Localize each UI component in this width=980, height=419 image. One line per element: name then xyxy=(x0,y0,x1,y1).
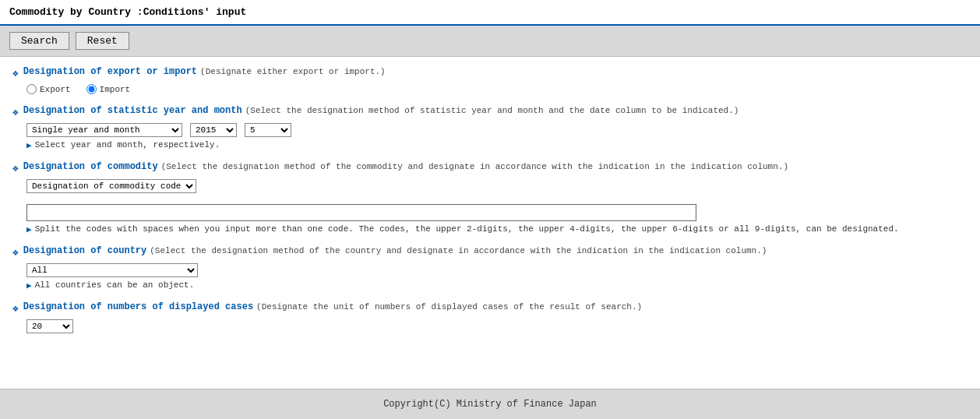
page-wrapper: Commodity by Country :Conditions' input … xyxy=(0,0,980,419)
export-option[interactable]: Export xyxy=(26,84,71,94)
section-commodity-desc: (Select the designation method of the co… xyxy=(161,162,788,171)
commodity-hint-icon: ▶ xyxy=(26,224,32,234)
section-statistic-year: ❖ Designation of statistic year and mont… xyxy=(12,105,968,150)
month-select[interactable]: 1 2 3 4 5 6 7 8 9 10 11 12 xyxy=(245,123,291,137)
section-display-cases-desc: (Designate the unit of numbers of displa… xyxy=(256,302,642,312)
commodity-hint-text: Split the codes with spaces when you inp… xyxy=(35,224,899,234)
import-option[interactable]: Import xyxy=(86,84,131,94)
display-cases-controls: 20 50 100 xyxy=(26,319,968,333)
commodity-select-row: Designation of commodity code Designatio… xyxy=(26,179,196,193)
country-method-select[interactable]: All Designation of country code Designat… xyxy=(26,263,198,277)
footer-text: Copyright(C) Ministry of Finance Japan xyxy=(383,399,597,410)
search-button[interactable]: Search xyxy=(9,32,69,50)
commodity-code-input[interactable]: 760711000 xyxy=(26,204,696,221)
commodity-controls: Designation of commodity code Designatio… xyxy=(26,179,968,221)
statistic-year-hint-text: Select year and month, respectively. xyxy=(35,140,220,150)
main-content: ❖ Designation of export or import (Desig… xyxy=(0,57,980,389)
export-import-radio-group: Export Import xyxy=(26,84,130,94)
export-import-controls: Export Import xyxy=(26,84,968,94)
section-statistic-year-icon: ❖ xyxy=(12,106,19,118)
statistic-year-controls: Single year and month Range of year and … xyxy=(26,123,968,137)
import-label: Import xyxy=(100,85,131,94)
section-display-cases-icon: ❖ xyxy=(12,302,19,315)
section-country-icon: ❖ xyxy=(12,246,19,259)
section-commodity-label: Designation of commodity xyxy=(23,161,158,172)
section-commodity: ❖ Designation of commodity (Select the d… xyxy=(12,161,968,234)
section-country: ❖ Designation of country (Select the des… xyxy=(12,245,968,290)
country-hint: ▶ All countries can be an object. xyxy=(26,280,968,290)
year-select[interactable]: 2015 2014 2013 2012 2011 xyxy=(190,123,237,137)
section-country-desc: (Select the designation method of the co… xyxy=(150,246,767,255)
section-display-cases-header: ❖ Designation of numbers of displayed ca… xyxy=(12,301,968,315)
section-export-import: ❖ Designation of export or import (Desig… xyxy=(12,66,968,94)
section-country-label: Designation of country xyxy=(23,245,146,256)
commodity-method-select[interactable]: Designation of commodity code Designatio… xyxy=(26,179,196,193)
section-export-import-desc: (Designate either export or import.) xyxy=(200,67,386,76)
section-country-header: ❖ Designation of country (Select the des… xyxy=(12,245,968,259)
commodity-hint: ▶ Split the codes with spaces when you i… xyxy=(26,224,968,234)
year-method-select[interactable]: Single year and month Range of year and … xyxy=(26,123,182,137)
footer: Copyright(C) Ministry of Finance Japan xyxy=(0,389,980,419)
section-export-import-label: Designation of export or import xyxy=(23,66,197,77)
section-commodity-header: ❖ Designation of commodity (Select the d… xyxy=(12,161,968,174)
page-title: Commodity by Country :Conditions' input xyxy=(0,0,980,26)
country-controls: All Designation of country code Designat… xyxy=(26,263,968,277)
section-display-cases: ❖ Designation of numbers of displayed ca… xyxy=(12,301,968,333)
section-export-import-icon: ❖ xyxy=(12,67,19,79)
section-commodity-icon: ❖ xyxy=(12,162,19,174)
reset-button[interactable]: Reset xyxy=(76,32,129,50)
import-radio[interactable] xyxy=(86,84,97,94)
country-hint-icon: ▶ xyxy=(26,280,32,290)
country-hint-text: All countries can be an object. xyxy=(35,280,195,290)
display-count-select[interactable]: 20 50 100 xyxy=(26,319,73,333)
section-statistic-year-header: ❖ Designation of statistic year and mont… xyxy=(12,105,968,118)
section-display-cases-label: Designation of numbers of displayed case… xyxy=(23,301,253,312)
section-statistic-year-label: Designation of statistic year and month xyxy=(23,105,242,116)
export-radio[interactable] xyxy=(26,84,37,94)
statistic-year-hint-icon: ▶ xyxy=(26,140,32,150)
section-statistic-year-desc: (Select the designation method of statis… xyxy=(245,106,739,115)
statistic-year-hint: ▶ Select year and month, respectively. xyxy=(26,140,968,150)
export-label: Export xyxy=(40,85,71,94)
toolbar: Search Reset xyxy=(0,26,980,57)
section-export-import-header: ❖ Designation of export or import (Desig… xyxy=(12,66,968,79)
